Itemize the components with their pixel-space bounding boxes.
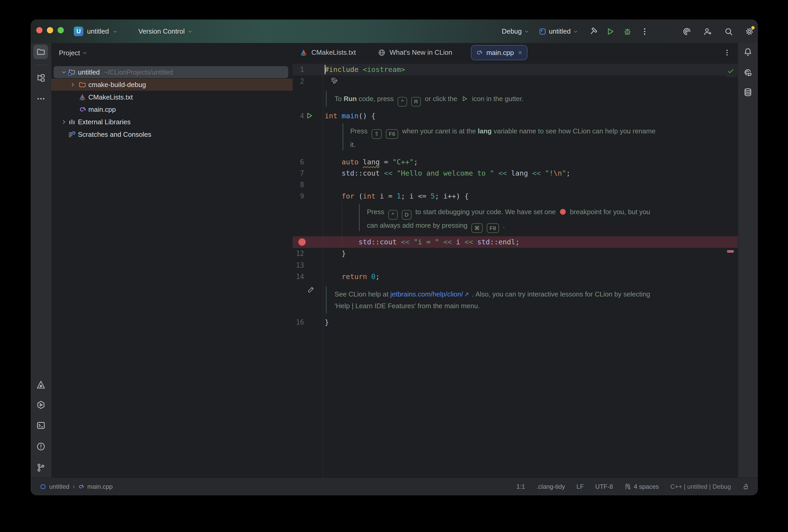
search-everywhere-button[interactable] — [724, 27, 733, 36]
terminal-tool-button[interactable] — [36, 421, 45, 430]
code-line[interactable]: } — [342, 248, 346, 259]
project-panel-title: Project — [59, 49, 80, 57]
ai-chat-button[interactable] — [743, 68, 752, 77]
unlocked-padlock-icon[interactable] — [743, 483, 750, 490]
chevron-down-icon — [524, 29, 529, 34]
code-line[interactable]: std::cout << "i = " << i << std::endl; — [358, 236, 519, 248]
breakpoint-dot-inline — [560, 209, 566, 215]
line-number: 16 — [293, 317, 304, 328]
code-line[interactable]: int main() { — [325, 110, 375, 122]
breadcrumb-project[interactable]: untitled — [49, 483, 69, 490]
services-tool-button[interactable] — [36, 400, 45, 410]
breadcrumb-file[interactable]: main.cpp — [87, 483, 113, 490]
version-control-menu[interactable]: Version Control — [138, 20, 193, 43]
tree-item-label: CMakeLists.txt — [88, 91, 133, 103]
tab-cmakelists[interactable]: CMakeLists.txt — [300, 43, 356, 62]
structure-tool-button[interactable] — [36, 73, 45, 83]
help-link[interactable]: jetbrains.com/help/clion/ — [390, 290, 463, 298]
tree-item-path: ~/CLionProjects/untitled — [104, 68, 173, 76]
debug-button[interactable] — [623, 27, 632, 36]
code-line[interactable]: auto lang = "C++"; — [342, 156, 418, 168]
project-panel-header[interactable]: Project — [59, 47, 87, 59]
breadcrumb[interactable]: untitled › main.cpp — [31, 482, 113, 491]
tree-item-main-cpp[interactable]: main.cpp — [51, 103, 293, 115]
tree-item-untitled[interactable]: untitled~/CLionProjects/untitled — [51, 66, 293, 78]
project-tool-button[interactable] — [36, 47, 45, 57]
breakpoint-dot[interactable] — [298, 238, 306, 246]
chevron-right-icon[interactable] — [61, 119, 67, 125]
tree-item-cmake-build-debug[interactable]: cmake-build-debug — [51, 79, 293, 91]
tip-text: to start debugging your code. We have se… — [414, 208, 558, 216]
close-window-button[interactable] — [36, 27, 42, 33]
clang-tidy-widget[interactable]: .clang-tidy — [536, 483, 565, 490]
code-with-me-button[interactable] — [703, 27, 712, 36]
minimize-window-button[interactable] — [47, 27, 53, 33]
database-tool-button[interactable] — [743, 87, 752, 97]
build-hammer-button[interactable] — [589, 27, 597, 36]
line-number: 6 — [293, 156, 304, 168]
keycap: ⇧ — [372, 129, 382, 139]
code-line[interactable]: } — [325, 317, 329, 328]
tip-text: Press — [350, 127, 370, 135]
more-tools-button[interactable] — [36, 94, 45, 103]
code-line[interactable]: for (int i = 1; i <= 5; i++) { — [342, 191, 469, 202]
tree-item-external-libraries[interactable]: External Libraries — [51, 116, 293, 128]
globe-icon — [378, 49, 386, 57]
tip-text: variable name to see how CLion can help … — [492, 127, 656, 135]
run-main-gutter-icon[interactable] — [306, 112, 313, 120]
git-tool-button[interactable] — [36, 463, 45, 472]
tab-whats-new[interactable]: What's New in CLion — [378, 43, 452, 62]
code-line[interactable]: std::cout << "Hello and welcome to " << … — [342, 168, 570, 179]
run-button[interactable] — [606, 27, 615, 36]
chevron-down-icon[interactable] — [61, 69, 67, 75]
settings-button[interactable] — [745, 27, 754, 36]
inspections-widget[interactable] — [724, 65, 737, 77]
code-editor[interactable]: 124678912131416 #include <iostream>int m… — [293, 62, 738, 477]
more-actions-button[interactable] — [640, 27, 649, 36]
activity-bar — [31, 43, 52, 477]
tree-item-label: untitled~/CLionProjects/untitled — [78, 66, 173, 78]
status-bar: untitled › main.cpp 1:1 .clang-tidy LF U… — [31, 477, 757, 495]
keycap: ⌘ — [471, 223, 482, 233]
line-number: 8 — [293, 179, 304, 191]
library-icon — [68, 118, 76, 126]
gutter-separator — [323, 62, 323, 477]
keycap: R — [411, 97, 421, 106]
title-bar-actions: Debug untitled — [502, 20, 754, 43]
tab-main-cpp-active[interactable]: main.cpp — [471, 45, 527, 60]
tab-options-button[interactable] — [723, 49, 731, 57]
close-tab-icon[interactable] — [517, 50, 523, 56]
keycap: ^ — [388, 210, 398, 220]
tree-item-scratches-and-consoles[interactable]: Scratches and Consoles — [51, 129, 293, 140]
zoom-window-button[interactable] — [58, 27, 64, 33]
caret-position-widget[interactable]: 1:1 — [516, 483, 525, 490]
project-square-icon — [40, 484, 46, 490]
tip-left-border — [359, 204, 360, 231]
tip-text: See CLion help at — [335, 290, 390, 298]
line-number: 12 — [293, 248, 304, 259]
debug-mode-selector[interactable]: Debug — [502, 27, 530, 35]
indent-widget[interactable]: 4 spaces — [624, 483, 659, 490]
code-line[interactable]: #include <iostream> — [325, 64, 405, 75]
cmake-tool-button[interactable] — [36, 380, 45, 390]
status-bar-widgets: 1:1 .clang-tidy LF UTF-8 4 spaces C++ | … — [516, 483, 757, 490]
line-ending-widget[interactable]: LF — [576, 483, 584, 490]
ai-assistant-button[interactable] — [683, 27, 691, 36]
project-switcher[interactable]: U untitled — [74, 20, 118, 43]
editor-tab-bar: CMakeLists.txt What's New in CLion main.… — [293, 43, 738, 62]
onboarding-tip: See CLion help at jetbrains.com/help/cli… — [335, 289, 650, 312]
debug-mode-label: Debug — [502, 27, 522, 35]
desktop-background: U untitled Version Control Debug untitle… — [0, 0, 788, 532]
context-widget[interactable]: C++ | untitled | Debug — [670, 483, 731, 490]
indent-label: 4 spaces — [634, 483, 659, 490]
tree-item-cmakelists-txt[interactable]: CMakeLists.txt — [51, 91, 293, 103]
code-line[interactable]: return 0; — [342, 271, 380, 282]
encoding-widget[interactable]: UTF-8 — [595, 483, 613, 490]
problems-tool-button[interactable] — [36, 442, 45, 451]
chevron-right-icon[interactable] — [70, 81, 76, 88]
pencil-icon — [307, 285, 315, 293]
chevron-down-icon — [82, 50, 87, 56]
notifications-bell-button[interactable] — [743, 47, 752, 57]
onboarding-tip: Press ⇧F6 when your caret is at the lang… — [350, 125, 656, 150]
run-config-selector[interactable]: untitled — [539, 27, 578, 35]
